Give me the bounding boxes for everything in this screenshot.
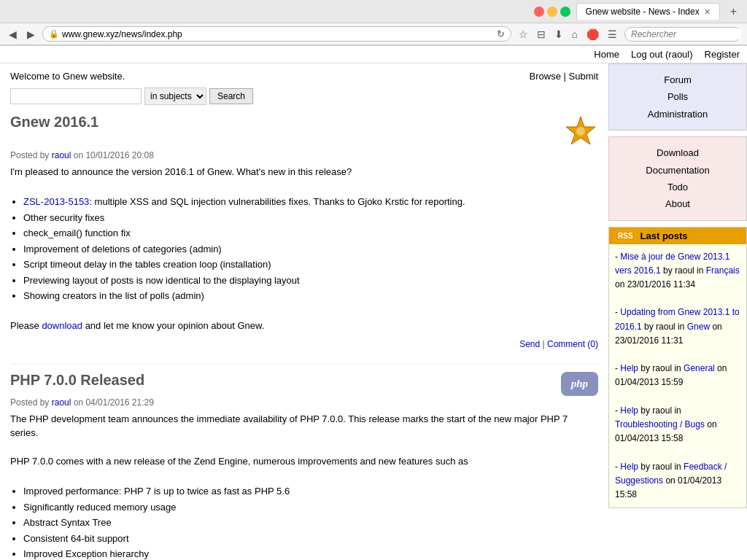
article-title-2: PHP 7.0.0 Released — [10, 372, 144, 389]
browser-tab[interactable]: Gnew website - News - Index ✕ — [576, 3, 720, 20]
url-bar[interactable]: 🔒 ↻ — [42, 26, 511, 42]
sidebar-link-download[interactable]: Download — [616, 144, 739, 161]
tab-title: Gnew website - News - Index — [586, 7, 700, 17]
sidebar: Forum Polls Administration Download Docu… — [608, 63, 747, 560]
url-input[interactable] — [62, 29, 494, 39]
maximize-button[interactable] — [560, 7, 570, 17]
sidebar-link-polls[interactable]: Polls — [616, 88, 739, 105]
adblock-icon[interactable]: 🛑 — [584, 27, 602, 42]
welcome-text: Welcome to Gnew website. — [10, 71, 125, 82]
article-meta-2: Posted by raoul on 04/01/2016 21:29 — [10, 397, 598, 408]
search-scope-select[interactable]: in subjects — [144, 88, 206, 105]
last-post-5: - Help by raoul in Feedback / Suggestion… — [615, 460, 740, 502]
last-post-cat-3[interactable]: General — [684, 363, 715, 373]
bookmark-icon[interactable]: ☆ — [516, 27, 531, 42]
article-title: Gnew 2016.1 — [10, 114, 98, 131]
last-post-1: - Mise à jour de Gnew 2013.1 vers 2016.1… — [615, 250, 740, 292]
sidebar-quicklinks-content: Download Documentation Todo About — [609, 137, 746, 220]
browser-toolbar: ◀ ▶ 🔒 ↻ ☆ ⊟ ⬇ ⌂ 🛑 ☰ — [0, 23, 747, 45]
url-security-icon: 🔒 — [49, 29, 59, 39]
minimize-button[interactable] — [547, 7, 557, 17]
last-post-link-5[interactable]: Help — [620, 462, 638, 472]
last-post-cat-1[interactable]: Français — [706, 265, 740, 276]
article-author[interactable]: raoul — [52, 150, 71, 160]
list-item: Showing creators in the list of polls (a… — [23, 289, 598, 303]
browser-search-bar[interactable] — [624, 27, 741, 42]
article-body-2: The PHP development team announces the i… — [10, 412, 598, 561]
history-icon[interactable]: ⊟ — [534, 27, 549, 42]
page-content: Welcome to Gnew website. Browse | Submit… — [0, 63, 747, 560]
last-post-cat-4[interactable]: Troubleshooting / Bugs — [615, 419, 705, 429]
svg-point-1 — [576, 127, 585, 136]
browse-link[interactable]: Browse — [530, 71, 561, 82]
forward-button[interactable]: ▶ — [24, 27, 38, 42]
list-item: Other security fixes — [23, 211, 598, 225]
sidebar-link-forum[interactable]: Forum — [616, 71, 739, 88]
comment-link[interactable]: Comment (0) — [547, 339, 598, 349]
home-icon[interactable]: ⌂ — [569, 27, 581, 42]
browse-submit: Browse | Submit — [530, 71, 598, 82]
back-button[interactable]: ◀ — [6, 27, 20, 42]
sidebar-link-documentation[interactable]: Documentation — [616, 162, 739, 179]
sidebar-nav-content: Forum Polls Administration — [609, 64, 746, 130]
last-post-4: - Help by raoul in Troubleshooting / Bug… — [615, 404, 740, 446]
main-area: Welcome to Gnew website. Browse | Submit… — [0, 63, 608, 560]
sidebar-link-administration[interactable]: Administration — [616, 106, 739, 122]
last-post-cat-2[interactable]: Gnew — [687, 322, 710, 332]
page-wrapper: Home Log out (raoul) Register Welcome to… — [0, 46, 747, 560]
article-footer-text: Please download and let me know your opi… — [10, 319, 598, 333]
last-posts-title: Last posts — [640, 230, 688, 241]
last-post-link-3[interactable]: Help — [620, 363, 638, 373]
last-post-2: - Updating from Gnew 2013.1 to 2016.1 by… — [615, 306, 740, 348]
sidebar-lastposts-box: RSS Last posts - Mise à jour de Gnew 201… — [608, 227, 747, 508]
star-icon — [563, 114, 598, 149]
sidebar-link-about[interactable]: About — [616, 195, 739, 212]
last-post-link-4[interactable]: Help — [620, 405, 638, 416]
article-divider — [10, 364, 598, 365]
article-points-list: ZSL-2013-5153: multiple XSS and SQL inje… — [23, 195, 598, 303]
nav-home[interactable]: Home — [594, 49, 619, 60]
list-item: Improved Exception hierarchy — [23, 547, 598, 560]
list-item: check_email() function fix — [23, 226, 598, 241]
list-item: Significantly reduced memory usage — [23, 500, 598, 515]
article-body: I'm pleased to announce the version 2016… — [10, 165, 598, 333]
zsl-link[interactable]: ZSL-2013-5153 — [23, 196, 89, 207]
search-input[interactable] — [10, 88, 142, 104]
nav-register[interactable]: Register — [705, 49, 740, 60]
toolbar-icons: ☆ ⊟ ⬇ ⌂ 🛑 ☰ — [516, 27, 620, 42]
menu-icon[interactable]: ☰ — [605, 27, 620, 42]
sidebar-nav-box: Forum Polls Administration — [608, 63, 747, 131]
sidebar-link-todo[interactable]: Todo — [616, 179, 739, 195]
article-intro-2: The PHP development team announces the i… — [10, 412, 598, 440]
last-posts-header: RSS Last posts — [609, 228, 746, 244]
window-controls — [534, 7, 570, 17]
new-tab-button[interactable]: + — [726, 4, 741, 20]
search-button[interactable]: Search — [209, 88, 253, 104]
list-item: Abstract Syntax Tree — [23, 516, 598, 530]
list-item: Improved performance: PHP 7 is up to twi… — [23, 484, 598, 499]
article-title-row: Gnew 2016.1 — [10, 114, 598, 149]
article-meta: Posted by raoul on 10/01/2016 20:08 — [10, 150, 598, 160]
submit-link[interactable]: Submit — [569, 71, 598, 82]
nav-logout[interactable]: Log out (raoul) — [631, 49, 693, 60]
download-link[interactable]: download — [42, 320, 82, 331]
top-nav: Home Log out (raoul) Register — [0, 46, 747, 63]
search-form: in subjects Search — [10, 88, 598, 105]
sidebar-quicklinks-box: Download Documentation Todo About — [608, 136, 747, 221]
article-intro: I'm pleased to announce the version 2016… — [10, 165, 598, 179]
list-item: Previewing layout of posts is now identi… — [23, 273, 598, 288]
tab-close-icon[interactable]: ✕ — [704, 7, 711, 17]
welcome-bar: Welcome to Gnew website. Browse | Submit — [10, 71, 598, 82]
article-gnew-2016: Gnew 2016.1 Posted by raoul on 10/01/201… — [10, 114, 598, 349]
refresh-button[interactable]: ↻ — [497, 28, 505, 39]
rss-icon: RSS — [615, 230, 636, 241]
last-post-link-2[interactable]: Updating from Gnew 2013.1 to 2016.1 — [615, 307, 740, 331]
browser-search-input[interactable] — [631, 29, 741, 39]
article-intro2-2: PHP 7.0.0 comes with a new release of th… — [10, 454, 598, 469]
php-icon: php — [561, 372, 598, 396]
download-icon[interactable]: ⬇ — [551, 27, 566, 42]
close-button[interactable] — [534, 7, 544, 17]
send-link[interactable]: Send — [519, 339, 540, 349]
article-author-2[interactable]: raoul — [52, 397, 71, 408]
list-item: Consistent 64-bit support — [23, 532, 598, 546]
